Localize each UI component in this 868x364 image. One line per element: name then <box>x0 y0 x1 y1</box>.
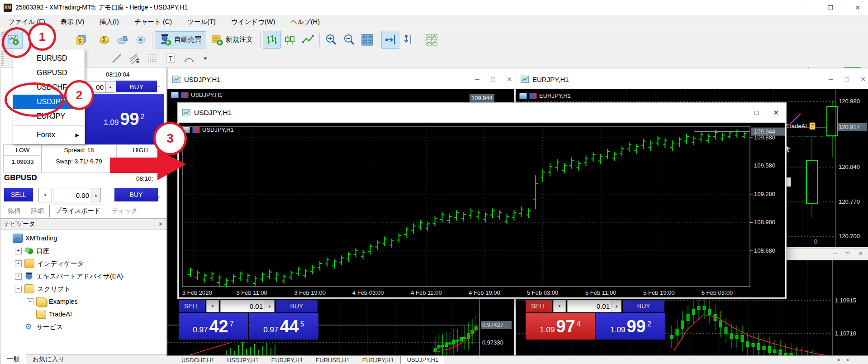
fibonacci-tool-button[interactable]: E <box>126 49 144 67</box>
tree-expander-icon[interactable]: + <box>15 260 22 267</box>
popup-close-button[interactable]: ✕ <box>773 109 779 117</box>
eurjpy-close-button[interactable]: ✕ <box>860 76 866 83</box>
eurjpy-maximize-button[interactable]: □ <box>845 76 849 83</box>
tree-expander-icon[interactable]: + <box>27 298 33 305</box>
eurjpy-minimize-button[interactable]: ─ <box>829 76 833 83</box>
usdchf-volume-up-icon[interactable]: ▲ <box>265 300 274 312</box>
navigator-tab[interactable]: 一般 <box>0 354 26 364</box>
grid-tool-button[interactable] <box>144 49 162 67</box>
gbpusd-volume-up-icon[interactable]: ▲ <box>91 188 100 202</box>
market-watch-scroll-up-icon[interactable]: ⌃ <box>156 85 161 91</box>
navigator-tree-item[interactable]: − スクリプト <box>0 283 166 295</box>
chart-tab[interactable]: EURUSD,H1 <box>309 356 356 364</box>
zoom-out-button[interactable] <box>340 31 358 49</box>
eurusd-sell-price-button[interactable]: 1.09974 <box>526 313 595 340</box>
market-watch-tab[interactable]: ティック <box>106 205 143 217</box>
popup-minimize-button[interactable]: ─ <box>735 109 740 117</box>
toolbar2-grip[interactable] <box>1 51 4 66</box>
usdjpy-popup-window[interactable]: USDJPY,H1 ─ □ ✕ 3 Feb 20203 Feb 11:003 F… <box>177 102 787 299</box>
menu-item[interactable]: ウインドウ(W) <box>231 18 275 26</box>
app-close-button[interactable]: ✕ <box>851 4 864 11</box>
navigator-tree-item[interactable]: TradeAI <box>0 308 166 321</box>
tree-expander-icon[interactable]: + <box>15 248 22 254</box>
usdjpy-bg-window-titlebar[interactable]: USDJPY,H1 ─ □ ✕ <box>167 69 520 90</box>
auto-scroll-button[interactable] <box>381 31 399 49</box>
eurusd-buy-header-button[interactable]: BUY <box>623 300 664 312</box>
navigator-close-icon[interactable]: ✕ <box>158 221 163 227</box>
cloud-button[interactable] <box>114 31 132 49</box>
candle-chart-button[interactable] <box>281 31 299 49</box>
auto-trade-button[interactable]: 自動売買 <box>155 31 206 48</box>
tile-windows-button[interactable] <box>358 31 376 49</box>
gbpusd-volume-stepper[interactable]: 0.00 ▲ <box>53 188 101 202</box>
shapes-dropdown-arrow[interactable] <box>198 51 213 66</box>
navigator-tab[interactable]: お気に入り <box>26 354 71 364</box>
menu-item[interactable]: ヘルプ(H) <box>290 18 320 26</box>
history-center-button[interactable]: 5 <box>95 31 114 49</box>
menu-item[interactable]: チャート (C) <box>134 18 172 26</box>
bar-chart-button[interactable] <box>263 31 281 49</box>
eurusd-volume-up-icon[interactable]: ▲ <box>105 81 115 92</box>
line-chart-button[interactable] <box>299 31 317 49</box>
symbol-menu-forex-submenu[interactable]: Forex ▶ <box>13 128 85 142</box>
navigator-tree-item[interactable]: サービス <box>0 321 166 333</box>
chart-tab[interactable]: USDJPY,H1 <box>221 356 265 364</box>
eurusd-window-titlebar[interactable]: ─ □ ✕ <box>786 248 868 261</box>
trendline-tool-button[interactable] <box>108 49 126 67</box>
navigator-tree-item[interactable]: + Examples <box>0 295 166 308</box>
menu-item[interactable]: ツール(T) <box>187 18 216 26</box>
navigator-tree-item[interactable]: + エキスパートアドバイザ(EA) <box>0 270 166 283</box>
chart-tab[interactable]: EURJPY,H1 <box>356 356 400 364</box>
usdchf-buy-price-button[interactable]: 0.97445 <box>249 313 318 340</box>
navigator-tree-item[interactable]: + 口座 <box>0 244 166 257</box>
gbpusd-volume-dropdown[interactable]: ▼ <box>38 188 52 202</box>
eurusd-buy-price-button[interactable]: 1.09 99 2 <box>84 94 164 144</box>
eurusd-volume-dropdown[interactable]: ▼ <box>553 300 566 312</box>
bg-window-close-button[interactable]: ✕ <box>507 76 512 83</box>
eurusd-window-maximize-button[interactable]: □ <box>846 250 849 257</box>
popup-chart-area[interactable]: 3 Feb 20203 Feb 11:003 Feb 19:004 Feb 03… <box>179 123 785 297</box>
zoom-in-button[interactable] <box>322 31 340 49</box>
market-watch-tab[interactable]: プライスボード <box>49 205 106 217</box>
app-minimize-button[interactable]: ─ <box>797 4 810 11</box>
gbpusd-buy-button[interactable]: BUY <box>114 188 158 201</box>
chart-shift-button[interactable] <box>399 31 417 49</box>
eurusd-buy-header-button[interactable]: BUY <box>116 81 157 92</box>
app-maximize-button[interactable]: ❐ <box>824 4 837 11</box>
shapes-tool-button[interactable] <box>180 49 198 67</box>
usdchf-buy-header-button[interactable]: BUY <box>276 300 318 312</box>
chart-tab[interactable]: USDJPY,H1 <box>400 355 446 364</box>
menu-item[interactable]: 挿入(I) <box>100 18 119 26</box>
text-tool-button[interactable]: T <box>162 49 180 67</box>
tree-expander-icon[interactable]: + <box>15 273 22 280</box>
eurusd-buy-price-button[interactable]: 1.09992 <box>596 313 665 340</box>
usdchf-window-chart[interactable]: 0.974270.97330 SELL ▼ 0.01 ▲ BUY 0.97427… <box>167 298 514 355</box>
eurusd-volume-up-icon[interactable]: ▲ <box>612 300 621 312</box>
bg-window-maximize-button[interactable]: □ <box>491 76 495 83</box>
new-order-button[interactable]: 新規注文 <box>206 31 258 48</box>
market-watch-tab[interactable]: 銘柄 <box>2 205 26 217</box>
eurjpy-window-titlebar[interactable]: EURJPY,H1 ─ □ ✕ <box>516 69 868 90</box>
symbol-menu-item[interactable]: GBPUSD <box>13 66 85 80</box>
indicators-button[interactable] <box>422 31 441 49</box>
eurusd-sell-header-button[interactable]: SELL <box>526 300 552 312</box>
chart-tab[interactable]: USDCHF,H1 <box>175 356 221 364</box>
menu-item[interactable]: 表示 (V) <box>61 18 84 26</box>
eurusd-window-minimize-button[interactable]: ─ <box>833 250 837 257</box>
profiles-button[interactable]: $ <box>72 31 90 49</box>
usdchf-volume-dropdown[interactable]: ▼ <box>206 300 219 312</box>
chart-tab[interactable]: EURJPY,H1 <box>265 356 309 364</box>
signals-button[interactable] <box>132 31 150 49</box>
navigator-tree-item[interactable]: + インディケータ <box>0 257 166 270</box>
usdchf-sell-price-button[interactable]: 0.97427 <box>179 313 248 340</box>
gbpusd-sell-button[interactable]: SELL <box>4 188 33 201</box>
usdchf-volume-stepper[interactable]: 0.01 ▲ <box>220 300 275 312</box>
chart-tab-scroll-left-icon[interactable]: ◄ <box>836 357 840 362</box>
usdchf-sell-header-button[interactable]: SELL <box>179 300 205 312</box>
market-watch-tab[interactable]: 詳細 <box>26 205 49 217</box>
eurusd-volume-stepper[interactable]: 0.01 ▲ <box>567 300 621 312</box>
chart-tab-scroll-right-icon[interactable]: ► <box>846 357 850 362</box>
market-watch-scroll-down-icon[interactable]: ⌄ <box>156 192 161 199</box>
tree-expander-icon[interactable]: − <box>15 286 22 292</box>
bg-window-minimize-button[interactable]: ─ <box>475 76 479 83</box>
